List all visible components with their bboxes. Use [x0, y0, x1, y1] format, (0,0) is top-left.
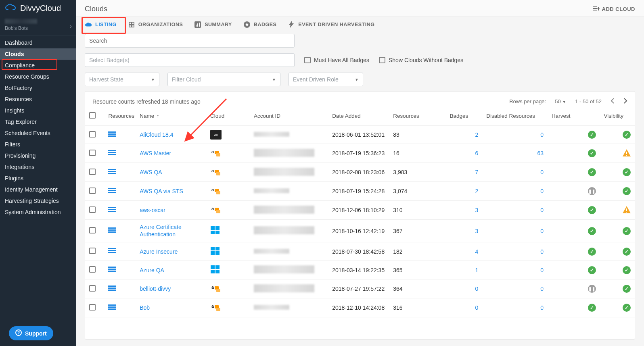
- row-checkbox[interactable]: [89, 266, 96, 273]
- user-org-switcher[interactable]: Bob's Bots ›: [0, 17, 76, 35]
- svg-rect-59: [211, 247, 215, 250]
- badges-link[interactable]: 2: [475, 131, 478, 138]
- select-all-checkbox[interactable]: [89, 112, 96, 119]
- next-page-button[interactable]: [623, 98, 627, 105]
- disabled-resources-link[interactable]: 0: [540, 286, 544, 292]
- nav-item-provisioning[interactable]: Provisioning: [0, 150, 76, 161]
- nav-item-resources[interactable]: Resources: [0, 94, 76, 105]
- no-badges-checkbox[interactable]: Show Clouds Without Badges: [379, 57, 463, 63]
- must-have-all-badges-checkbox[interactable]: Must Have All Badges: [304, 57, 369, 63]
- row-checkbox[interactable]: [89, 188, 96, 194]
- nav-item-insights[interactable]: Insights: [0, 105, 76, 116]
- resources-count-cell: 16: [389, 144, 445, 163]
- nav-item-filters[interactable]: Filters: [0, 139, 76, 150]
- row-checkbox[interactable]: [89, 227, 96, 233]
- cloud-name-link[interactable]: Azure QA: [140, 267, 164, 273]
- disabled-resources-link[interactable]: 0: [540, 248, 544, 255]
- badges-link[interactable]: 3: [475, 207, 478, 213]
- cloud-name-link[interactable]: AWS Master: [140, 150, 171, 156]
- tab-summary[interactable]: SUMMARY: [194, 21, 232, 28]
- row-checkbox[interactable]: [89, 304, 96, 311]
- row-resources-button[interactable]: [108, 188, 116, 195]
- disabled-resources-link[interactable]: 0: [540, 267, 544, 273]
- row-checkbox[interactable]: [89, 206, 96, 213]
- row-resources-button[interactable]: [108, 266, 116, 274]
- nav-item-plugins[interactable]: Plugins: [0, 173, 76, 184]
- badges-link[interactable]: 6: [475, 150, 478, 156]
- search-input[interactable]: [85, 34, 295, 48]
- nav-item-integrations[interactable]: Integrations: [0, 161, 76, 173]
- nav-item-harvesting-strategies[interactable]: Harvesting Strategies: [0, 195, 76, 206]
- nav-item-tag-explorer[interactable]: Tag Explorer: [0, 116, 76, 127]
- badges-link[interactable]: 0: [475, 286, 478, 292]
- disabled-resources-link[interactable]: 63: [537, 150, 544, 156]
- col-disabled[interactable]: Disabled Resources: [482, 106, 548, 126]
- col-account-id[interactable]: Account ID: [250, 106, 328, 126]
- row-resources-button[interactable]: [108, 285, 116, 293]
- badges-link[interactable]: 4: [475, 248, 478, 255]
- disabled-resources-link[interactable]: 0: [540, 188, 544, 194]
- disabled-resources-link[interactable]: 0: [540, 228, 544, 234]
- add-cloud-button[interactable]: ADD CLOUD: [593, 6, 636, 13]
- disabled-resources-link[interactable]: 0: [540, 131, 544, 138]
- col-visibility[interactable]: Visibility: [600, 106, 635, 126]
- row-resources-button[interactable]: [108, 169, 116, 176]
- col-cloud[interactable]: Cloud: [206, 106, 250, 126]
- badges-link[interactable]: 7: [475, 169, 478, 175]
- cloud-name-link[interactable]: belliott-divvy: [140, 286, 171, 292]
- support-button[interactable]: ? Support: [9, 326, 53, 340]
- badges-link[interactable]: 3: [475, 228, 478, 234]
- nav-item-identity-management[interactable]: Identity Management: [0, 184, 76, 195]
- cloud-name-link[interactable]: AWS QA via STS: [140, 188, 183, 194]
- cloud-name-link[interactable]: AliCloud 18.4: [140, 131, 173, 138]
- row-resources-button[interactable]: [108, 206, 116, 214]
- row-checkbox[interactable]: [89, 248, 96, 254]
- row-resources-button[interactable]: [108, 131, 116, 139]
- harvest-state-label: Harvest State: [89, 76, 123, 83]
- row-checkbox[interactable]: [89, 285, 96, 292]
- cloud-name-link[interactable]: Azure Certificate Authentication: [140, 224, 181, 238]
- nav-item-clouds[interactable]: Clouds: [0, 48, 76, 60]
- rpp-select[interactable]: 50 ▼: [555, 98, 566, 104]
- tab-organizations[interactable]: ORGANIZATIONS: [128, 21, 183, 28]
- col-resources[interactable]: Resources: [389, 106, 445, 126]
- row-checkbox[interactable]: [89, 169, 96, 175]
- nav-item-resource-groups[interactable]: Resource Groups: [0, 71, 76, 82]
- row-resources-button[interactable]: [108, 150, 116, 157]
- badges-link[interactable]: 1: [475, 267, 478, 273]
- disabled-resources-link[interactable]: 0: [540, 169, 544, 175]
- tab-badges[interactable]: BADGES: [243, 21, 276, 28]
- col-badges[interactable]: Badges: [446, 106, 483, 126]
- row-resources-button[interactable]: [108, 304, 116, 312]
- badge-select[interactable]: Select Badge(s): [85, 53, 295, 67]
- col-resources-icon[interactable]: Resources: [104, 106, 136, 126]
- row-resources-button[interactable]: [108, 227, 116, 235]
- nav-item-compliance[interactable]: Compliance: [0, 60, 76, 71]
- cloud-name-link[interactable]: aws-oscar: [140, 207, 165, 213]
- prev-page-button[interactable]: [611, 98, 615, 105]
- col-harvest[interactable]: Harvest: [548, 106, 600, 126]
- tab-listing[interactable]: LISTING: [85, 21, 117, 28]
- nav-item-dashboard[interactable]: Dashboard: [0, 37, 76, 48]
- col-date-added[interactable]: Date Added: [328, 106, 389, 126]
- nav-item-system-administration[interactable]: System Administration: [0, 206, 76, 218]
- disabled-resources-link[interactable]: 0: [540, 304, 544, 311]
- cloud-name-link[interactable]: Azure Insecure: [140, 248, 178, 255]
- row-resources-button[interactable]: [108, 248, 116, 255]
- badges-link[interactable]: 0: [475, 304, 478, 311]
- badges-link[interactable]: 2: [475, 188, 478, 194]
- col-name[interactable]: Name ↑: [136, 106, 206, 126]
- cloud-name-link[interactable]: Bob: [140, 304, 150, 311]
- nav-item-scheduled-events[interactable]: Scheduled Events: [0, 127, 76, 139]
- disabled-resources-link[interactable]: 0: [540, 207, 544, 213]
- filter-cloud-select[interactable]: Filter Cloud ▼: [167, 73, 280, 86]
- cloud-name-link[interactable]: AWS QA: [140, 169, 162, 175]
- row-checkbox[interactable]: [89, 131, 96, 138]
- tab-edh[interactable]: EVENT DRIVEN HARVESTING: [288, 21, 374, 28]
- aws-icon: a: [210, 302, 222, 312]
- nav-item-botfactory[interactable]: BotFactory: [0, 82, 76, 94]
- harvest-state-select[interactable]: Harvest State ▼: [85, 73, 159, 86]
- row-checkbox[interactable]: [89, 150, 96, 156]
- date-added-cell: 2018-12-06 18:10:29: [328, 201, 389, 220]
- event-driven-role-select[interactable]: Event Driven Role ▼: [289, 73, 363, 86]
